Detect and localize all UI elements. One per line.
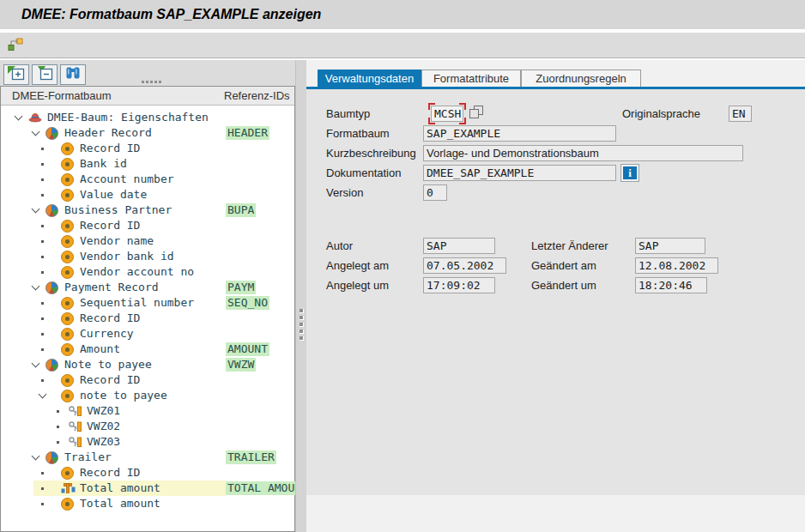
- field-icon: [61, 173, 74, 186]
- tree-row[interactable]: Record ID: [1, 218, 294, 233]
- vertical-splitter-handle[interactable]: [300, 309, 304, 341]
- vertical-splitter[interactable]: [295, 60, 306, 532]
- tree-node-label: Note to payee: [64, 357, 152, 372]
- chevron-down-icon[interactable]: [39, 391, 46, 399]
- bullet: [41, 163, 44, 166]
- tree-row[interactable]: Record ID: [1, 311, 294, 326]
- tree-row[interactable]: Vendor account no: [1, 264, 294, 280]
- field-icon: [61, 467, 74, 480]
- baumtyp-label: Baumtyp: [326, 107, 370, 120]
- tree-row[interactable]: Record ID: [1, 372, 294, 388]
- tree-node-label: Currency: [80, 326, 134, 342]
- tree-row[interactable]: Header RecordHEADER: [1, 125, 294, 141]
- tree-row[interactable]: VWZ02: [1, 419, 294, 434]
- field-icon: [61, 266, 74, 279]
- tree-row[interactable]: Account number: [1, 172, 294, 187]
- tree-row[interactable]: note to payee: [1, 388, 294, 403]
- chevron-down-icon[interactable]: [32, 283, 39, 291]
- angelegt-um-field[interactable]: 17:09:02: [423, 277, 495, 293]
- bullet: [57, 410, 59, 413]
- tree-row[interactable]: VWZ01: [1, 403, 294, 419]
- tree-row[interactable]: Vendor name: [1, 233, 294, 249]
- tree-node-label: Account number: [80, 172, 174, 187]
- bullet: [41, 379, 44, 382]
- agg-icon: [61, 482, 75, 494]
- autor-field[interactable]: SAP: [423, 238, 495, 254]
- tree-row[interactable]: Payment RecordPAYM: [1, 280, 294, 295]
- chevron-down-icon[interactable]: [15, 113, 22, 121]
- tab-zuordnungsregeln[interactable]: Zuordnungsregeln: [521, 70, 641, 87]
- tree-row[interactable]: Total amountTOTAL AMOUNT: [1, 481, 294, 496]
- tree-node-label: Vendor bank id: [80, 249, 174, 264]
- letzter-aenderer-label: Letzter Änderer: [531, 239, 608, 252]
- tree-node-label: DMEE-Baum: Eigenschaften: [47, 110, 209, 125]
- tree-row[interactable]: Record ID: [1, 465, 294, 481]
- tree-row[interactable]: Vendor bank id: [1, 249, 294, 264]
- bullet: [41, 194, 44, 196]
- tree-row[interactable]: Business PartnerBUPA: [1, 203, 294, 218]
- bottom-strip: [306, 495, 805, 532]
- tree-row[interactable]: TrailerTRAILER: [1, 450, 294, 465]
- geaendert-um-field[interactable]: 18:20:46: [635, 277, 707, 293]
- tree-node-label: Total amount: [80, 496, 160, 511]
- documentation-info-button[interactable]: i: [620, 164, 639, 182]
- geaendert-am-field[interactable]: 12.08.2002: [635, 257, 718, 274]
- tree-node-label: Header Record: [64, 125, 152, 141]
- formatbaum-field[interactable]: SAP_EXAMPLE: [423, 125, 616, 142]
- version-field[interactable]: 0: [423, 184, 447, 201]
- tree-rows: DMEE-Baum: EigenschaftenHeader RecordHEA…: [1, 106, 294, 526]
- reference-id-badge: TRAILER: [226, 450, 276, 464]
- page-title: DMEE: Formatbaum SAP_EXAMPLE anzeigen: [21, 7, 321, 22]
- key-icon: [68, 420, 82, 432]
- baumtyp-field[interactable]: MCSH: [431, 106, 463, 122]
- tree-node-label: Amount: [80, 342, 120, 357]
- field-icon: [61, 189, 74, 202]
- tree-row[interactable]: VWZ03: [1, 434, 294, 450]
- sap-dmee-window: { "window": { "title": "DMEE: Formatbaum…: [0, 0, 805, 532]
- reference-id-badge: HEADER: [226, 126, 269, 140]
- tree-row[interactable]: Bank id: [1, 156, 294, 172]
- reference-id-badge: BUPA: [226, 203, 256, 217]
- collapse-all-icon: [35, 65, 54, 85]
- tree-node-label: Vendor account no: [80, 264, 194, 280]
- tree-row[interactable]: Currency: [1, 326, 294, 342]
- chevron-down-icon[interactable]: [32, 453, 39, 461]
- chevron-down-icon[interactable]: [32, 129, 39, 136]
- collapse-all-button[interactable]: [32, 64, 58, 85]
- tree-header-name-column: DMEE-Formatbaum: [12, 89, 112, 102]
- tree-row[interactable]: Value date: [1, 187, 294, 203]
- dokumentation-field[interactable]: DMEE_SAP_EXAMPLE: [423, 165, 616, 181]
- autor-label: Autor: [326, 239, 353, 252]
- other-object-icon: [7, 37, 24, 55]
- key-icon: [68, 436, 82, 448]
- expand-all-button[interactable]: [3, 64, 29, 85]
- tree-row[interactable]: Total amount: [1, 496, 294, 511]
- possible-entries-icon[interactable]: [469, 106, 484, 120]
- tree-row[interactable]: DMEE-Baum: Eigenschaften: [1, 110, 294, 125]
- tree-node-label: Record ID: [80, 311, 140, 326]
- tab-formatattribute[interactable]: Formatattribute: [421, 70, 521, 87]
- tree-node-label: Vendor name: [80, 233, 154, 249]
- bullet: [41, 256, 44, 258]
- tree-row[interactable]: Sequential numberSEQ_NO: [1, 295, 294, 311]
- find-button[interactable]: [60, 64, 86, 85]
- tree-row[interactable]: AmountAMOUNT: [1, 342, 294, 357]
- tree-row[interactable]: Record ID: [1, 141, 294, 156]
- bullet: [41, 271, 44, 274]
- field-icon: [61, 390, 74, 402]
- other-object-button[interactable]: [5, 35, 26, 56]
- chevron-down-icon[interactable]: [32, 360, 39, 368]
- angelegt-am-field[interactable]: 07.05.2002: [423, 257, 506, 274]
- field-icon: [61, 220, 74, 233]
- kurzbeschreibung-field[interactable]: Vorlage- und Demonstrationsbaum: [423, 145, 743, 161]
- segment-icon: [45, 127, 58, 140]
- chevron-down-icon[interactable]: [32, 206, 39, 214]
- tab-verwaltungsdaten[interactable]: Verwaltungsdaten: [318, 70, 421, 87]
- horizontal-splitter-handle[interactable]: [142, 81, 164, 85]
- letzter-aenderer-field[interactable]: SAP: [635, 238, 705, 254]
- tree-node-label: Trailer: [64, 450, 112, 465]
- originalsprache-field[interactable]: EN: [729, 106, 752, 122]
- bullet: [41, 503, 44, 505]
- tree-row[interactable]: Note to payeeVWZW: [1, 357, 294, 372]
- segment-icon: [45, 451, 58, 464]
